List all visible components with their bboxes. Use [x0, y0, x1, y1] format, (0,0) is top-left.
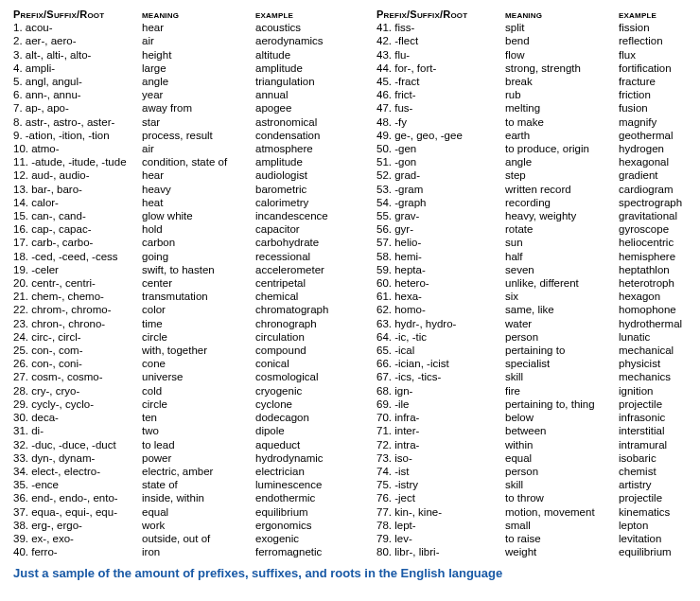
cell-example: exogenic	[255, 532, 359, 545]
cell-example: ergonomics	[255, 519, 359, 532]
cell-meaning: ten	[142, 411, 255, 424]
cell-prefix: 78. lept-	[376, 519, 505, 532]
cell-example: physicist	[619, 357, 700, 370]
cell-prefix: 11. -atude, -itude, -tude	[13, 155, 142, 168]
cell-meaning: step	[505, 168, 619, 182]
table-wrapper: Prefix/Suffix/Rootmeaningexample1. acou-…	[13, 8, 687, 558]
table-row: 50. -gento produce, originhydrogen	[376, 142, 700, 155]
cell-meaning: to throw	[505, 491, 619, 504]
table-row: 29. cycly-, cyclo-circlecyclone	[13, 398, 359, 411]
cell-example: mechanics	[619, 370, 700, 383]
table-row: 45. -fractbreakfracture	[376, 75, 700, 88]
cell-example: gravitational	[619, 209, 700, 222]
cell-meaning: power	[142, 451, 255, 465]
table-row: 14. calor-heatcalorimetry	[13, 196, 359, 209]
table-row: 12. aud-, audio-hearaudiologist	[13, 168, 359, 182]
table-row: 13. bar-, baro-heavybarometric	[13, 183, 359, 196]
cell-prefix: 65. -ical	[376, 344, 505, 357]
cell-prefix: 5. angl, angul-	[13, 75, 142, 88]
cell-prefix: 57. helio-	[376, 236, 505, 249]
cell-meaning: specialist	[505, 357, 619, 370]
table-row: 51. -gonanglehexagonal	[376, 155, 700, 168]
table-row: 68. ign-fireignition	[376, 384, 700, 398]
cell-prefix: 15. can-, cand-	[13, 209, 142, 222]
cell-example: altitude	[255, 48, 359, 62]
cell-example: capacitor	[255, 222, 359, 236]
cell-prefix: 71. inter-	[376, 424, 505, 437]
cell-prefix: 45. -fract	[376, 75, 505, 88]
cell-prefix: 73. iso-	[376, 451, 505, 465]
cell-meaning: below	[505, 411, 619, 424]
cell-example: kinematics	[619, 505, 700, 519]
cell-meaning: hear	[142, 168, 255, 182]
cell-example: geothermal	[619, 129, 700, 142]
left-column: Prefix/Suffix/Rootmeaningexample1. acou-…	[13, 8, 359, 558]
cell-meaning: weight	[505, 545, 619, 558]
table-row: 9. -ation, -ition, -tionprocess, resultc…	[13, 129, 359, 142]
cell-prefix: 79. lev-	[376, 532, 505, 545]
cell-prefix: 18. -ced, -ceed, -cess	[13, 250, 142, 263]
cell-prefix: 43. flu-	[376, 48, 505, 62]
cell-prefix: 72. intra-	[376, 438, 505, 451]
cell-meaning: air	[142, 34, 255, 47]
table-row: 62. homo-same, likehomophone	[376, 303, 700, 316]
table-row: 1. acou-hearacoustics	[13, 21, 359, 34]
table-row: 31. di-twodipole	[13, 424, 359, 437]
table-row: 48. -fyto makemagnify	[376, 115, 700, 129]
cell-example: chemical	[255, 290, 359, 303]
cell-meaning: person	[505, 465, 619, 478]
table-row: 17. carb-, carbo-carboncarbohydrate	[13, 236, 359, 249]
cell-meaning: unlike, different	[505, 276, 619, 290]
cell-example: levitation	[619, 532, 700, 545]
cell-example: acoustics	[255, 21, 359, 34]
table-row: 4. ampli-largeamplitude	[13, 62, 359, 75]
cell-prefix: 63. hydr-, hydro-	[376, 317, 505, 330]
cell-meaning: skill	[505, 370, 619, 383]
cell-prefix: 53. -gram	[376, 183, 505, 196]
cell-example: chronograph	[255, 317, 359, 330]
table-row: 76. -jectto throwprojectile	[376, 491, 700, 504]
cell-meaning: flow	[505, 48, 619, 62]
cell-prefix: 67. -ics, -tics-	[376, 370, 505, 383]
cell-prefix: 32. -duc, -duce, -duct	[13, 438, 142, 451]
cell-example: barometric	[255, 183, 359, 196]
cell-meaning: hold	[142, 222, 255, 236]
cell-meaning: to raise	[505, 532, 619, 545]
cell-prefix: 10. atmo-	[13, 142, 142, 155]
cell-meaning: inside, within	[142, 491, 255, 504]
cell-prefix: 34. elect-, electro-	[13, 465, 142, 478]
cell-prefix: 58. hemi-	[376, 250, 505, 263]
table-row: 77. kin-, kine-motion, movementkinematic…	[376, 505, 700, 519]
table-row: 43. flu-flowflux	[376, 48, 700, 62]
table-row: 78. lept-smalllepton	[376, 519, 700, 532]
cell-prefix: 37. equa-, equi-, equ-	[13, 505, 142, 519]
cell-example: cosmological	[255, 370, 359, 383]
cell-example: triangulation	[255, 75, 359, 88]
cell-example: circulation	[255, 330, 359, 344]
cell-example: heterotroph	[619, 276, 700, 290]
table-row: 30. deca-tendodecagon	[13, 411, 359, 424]
cell-prefix: 70. infra-	[376, 411, 505, 424]
cell-prefix: 76. -ject	[376, 491, 505, 504]
cell-prefix: 22. chrom-, chromo-	[13, 303, 142, 316]
cell-prefix: 62. homo-	[376, 303, 505, 316]
cell-prefix: 16. cap-, capac-	[13, 222, 142, 236]
cell-example: cardiogram	[619, 183, 700, 196]
cell-prefix: 51. -gon	[376, 155, 505, 168]
cell-meaning: equal	[142, 505, 255, 519]
cell-prefix: 66. -ician, -icist	[376, 357, 505, 370]
cell-prefix: 6. ann-, annu-	[13, 88, 142, 101]
header-example: example	[255, 8, 359, 21]
cell-meaning: hear	[142, 21, 255, 34]
table-row: 63. hydr-, hydro-waterhydrothermal	[376, 317, 700, 330]
cell-prefix: 75. -istry	[376, 478, 505, 491]
table-row: 34. elect-, electro-electric, amberelect…	[13, 465, 359, 478]
table-row: 27. cosm-, cosmo-universecosmological	[13, 370, 359, 383]
cell-example: accelerometer	[255, 263, 359, 276]
cell-meaning: motion, movement	[505, 505, 619, 519]
cell-example: projectile	[619, 491, 700, 504]
table-row: 8. astr-, astro-, aster-starastronomical	[13, 115, 359, 129]
table-row: 24. circ-, circl-circlecirculation	[13, 330, 359, 344]
cell-meaning: process, result	[142, 129, 255, 142]
cell-prefix: 33. dyn-, dynam-	[13, 451, 142, 465]
